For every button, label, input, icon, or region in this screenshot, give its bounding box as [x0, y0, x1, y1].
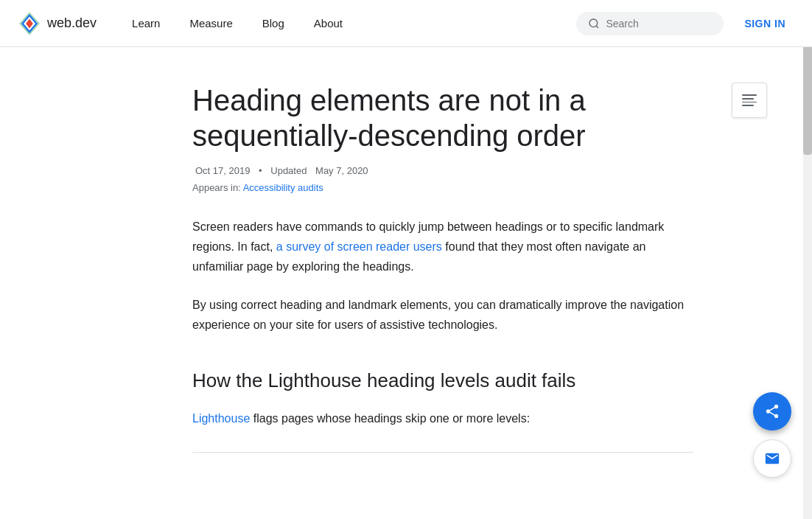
bottom-divider: [192, 452, 693, 453]
logo-text: web.dev: [47, 15, 97, 31]
nav-link-blog[interactable]: Blog: [251, 11, 296, 35]
navbar-right: SIGN IN: [576, 12, 794, 35]
appears-in-link[interactable]: Accessibility audits: [243, 182, 323, 193]
share-icon: [764, 403, 780, 419]
appears-in: Appears in: Accessibility audits: [192, 182, 693, 193]
fab-share-button[interactable]: [753, 392, 791, 431]
nav-links: Learn Measure Blog About: [120, 11, 576, 35]
meta-separator: •: [259, 165, 262, 176]
paragraph-3: Lighthouse flags pages whose headings sk…: [192, 408, 693, 428]
site-logo[interactable]: web.dev: [18, 12, 97, 35]
scrollbar[interactable]: [803, 0, 812, 497]
toc-button[interactable]: [732, 83, 767, 118]
nav-link-learn[interactable]: Learn: [120, 11, 172, 35]
toc-line-3: [742, 102, 757, 103]
fab-subscribe-button[interactable]: [753, 439, 791, 478]
main-content: Heading elements are not in a sequential…: [89, 47, 723, 497]
article-body: Screen readers have commands to quickly …: [192, 217, 693, 453]
nav-link-about[interactable]: About: [302, 11, 354, 35]
subscribe-icon: [764, 450, 780, 467]
appears-in-label: Appears in:: [192, 182, 241, 193]
toc-line-4: [742, 105, 754, 106]
updated-date: May 7, 2020: [315, 165, 368, 176]
svg-point-3: [589, 19, 598, 27]
nav-link-measure[interactable]: Measure: [178, 11, 244, 35]
article-title: Heading elements are not in a sequential…: [192, 83, 693, 153]
lighthouse-link[interactable]: Lighthouse: [192, 412, 250, 425]
section-heading: How the Lighthouse heading levels audit …: [192, 364, 693, 397]
search-icon: [588, 18, 600, 29]
para3-cont: flags pages whose headings skip one or m…: [250, 412, 530, 425]
svg-marker-2: [26, 18, 33, 28]
search-bar[interactable]: [576, 12, 724, 35]
search-input[interactable]: [606, 18, 709, 29]
toc-icon: [742, 94, 757, 106]
navbar: web.dev Learn Measure Blog About SIGN IN: [0, 0, 812, 47]
toc-line-1: [742, 94, 757, 96]
toc-line-2: [742, 98, 754, 100]
paragraph-1: Screen readers have commands to quickly …: [192, 217, 693, 277]
paragraph-2: By using correct heading and landmark el…: [192, 295, 693, 335]
svg-line-4: [596, 26, 598, 28]
sign-in-button[interactable]: SIGN IN: [735, 12, 794, 35]
logo-icon: [18, 12, 41, 35]
article-date: Oct 17, 2019: [195, 165, 250, 176]
survey-link[interactable]: a survey of screen reader users: [276, 240, 442, 253]
updated-label: Updated: [270, 165, 307, 176]
article-meta: Oct 17, 2019 • Updated May 7, 2020: [192, 165, 693, 176]
